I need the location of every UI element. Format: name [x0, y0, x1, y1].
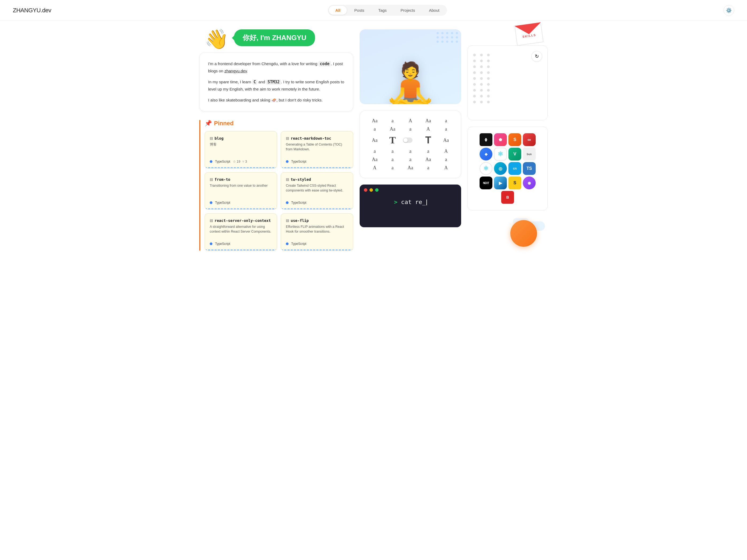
- refresh-button[interactable]: ↻: [532, 51, 542, 62]
- project-card-tw-styled[interactable]: ▤ tw-styled Create Tailwind CSS-styled R…: [281, 172, 353, 210]
- wave-emoji: 👋: [205, 29, 229, 49]
- font-cell: A: [420, 126, 437, 133]
- card-icon: ▤: [210, 218, 213, 222]
- intro-paragraph-2: In my spare time, I learn C and STM32. I…: [208, 79, 344, 92]
- avatar-figure: 🧘: [384, 63, 437, 104]
- nav-item-all[interactable]: All: [329, 6, 347, 15]
- font-cell: a: [438, 126, 455, 133]
- skill-icon-cn: cn: [509, 162, 521, 175]
- card-title: tw-styled: [291, 177, 311, 182]
- terminal-cursor: [427, 199, 427, 205]
- font-cell-large-2: T: [420, 134, 437, 146]
- nav-item-projects[interactable]: Projects: [394, 6, 421, 15]
- forks-stat: ⑂ 3: [242, 160, 247, 163]
- font-cell: Aa: [384, 126, 401, 133]
- lang-label: TypeScript: [291, 160, 306, 163]
- font-cell: Aa: [402, 164, 419, 171]
- font-cell: Aa: [366, 156, 383, 163]
- card-desc: A straightforward alternative for using …: [210, 224, 272, 235]
- skill-icon-typescript: TS: [523, 162, 536, 175]
- header: ZHANGYU.dev All Posts Tags Projects Abou…: [0, 0, 747, 21]
- sun: [510, 220, 537, 247]
- logo-suffix: .dev: [41, 7, 51, 14]
- project-card-react-server-only-context[interactable]: ▤ react-server-only-context A straightfo…: [205, 213, 277, 251]
- lang-label: TypeScript: [215, 160, 230, 163]
- font-cell: Aa: [438, 137, 455, 144]
- card-icon: ▤: [286, 177, 289, 181]
- font-cell: a: [438, 156, 455, 163]
- card-icon: ▤: [210, 136, 213, 140]
- skill-icon-blue: ◆: [480, 148, 492, 160]
- skill-icon-nextjs: NEXT: [480, 177, 492, 189]
- settings-button[interactable]: ⚙️: [723, 5, 734, 16]
- terminal-text: > cat re_: [394, 199, 427, 205]
- project-card-blog[interactable]: ▤ blog 博客 TypeScript ☆ 19 ⑂ 3: [205, 131, 277, 168]
- skill-icon-redux: B: [501, 191, 514, 204]
- right-column: SKILLS ↻: [467, 29, 548, 252]
- card-title: react-markdown-toc: [291, 136, 331, 140]
- terminal-command: cat re_: [401, 199, 426, 205]
- font-grid: Aa a A Aa a a Aa a A a Aa T T Aa: [366, 117, 455, 171]
- card-desc: Effortless FLIP animations with a React …: [286, 224, 348, 235]
- stars-stat: ☆ 19: [233, 160, 240, 163]
- card-subtitle: 博客: [210, 142, 272, 147]
- font-cell: a: [366, 148, 383, 155]
- lang-dot: [286, 202, 288, 204]
- lang-label: TypeScript: [291, 201, 306, 205]
- font-cell: a: [420, 148, 437, 155]
- skill-icon-remix: ∞: [523, 133, 536, 146]
- lang-dot: [210, 242, 212, 245]
- font-cell: Aa: [366, 137, 383, 144]
- intro-paragraph-3: I also like skateboarding and skiing 🛷, …: [208, 97, 344, 104]
- site-link[interactable]: zhangyu.dev: [225, 69, 247, 73]
- font-cell: a: [384, 164, 401, 171]
- terminal-minimize-dot: [369, 188, 373, 192]
- project-card-use-flip[interactable]: ▤ use-flip Effortless FLIP animations wi…: [281, 213, 353, 251]
- refresh-card: ↻: [467, 45, 548, 120]
- card-desc: Transitioning from one value to another: [210, 183, 272, 188]
- skill-icon-arrow: [480, 133, 492, 146]
- skill-icon-prisma: ⬟: [494, 133, 507, 146]
- nav-item-about[interactable]: About: [423, 6, 446, 15]
- font-cell: Aa: [420, 117, 437, 125]
- project-card-react-markdown-toc[interactable]: ▤ react-markdown-toc Generating a Table …: [281, 131, 353, 168]
- gear-icon: ⚙️: [726, 7, 732, 14]
- intro-section: 👋 你好, I'm ZHANGYU I'm a frontend develop…: [199, 29, 353, 111]
- card-desc: Generating a Table of Contents (TOC) fro…: [286, 142, 348, 152]
- lang-label: TypeScript: [215, 242, 230, 246]
- skill-icon-flutter: ▶: [494, 177, 507, 189]
- nav-item-tags[interactable]: Tags: [372, 6, 393, 15]
- lang-dot: [210, 160, 212, 163]
- card-title: blog: [214, 136, 224, 140]
- pinned-header: 📌 Pinned: [205, 120, 353, 127]
- font-cell: a: [438, 117, 455, 125]
- main-nav: All Posts Tags Projects About: [328, 5, 447, 16]
- site-logo[interactable]: ZHANGYU.dev: [13, 7, 51, 14]
- pinned-title: Pinned: [214, 120, 233, 127]
- intro-paragraph-1: I'm a frontend developer from Chengdu, w…: [208, 60, 344, 74]
- pin-icon: 📌: [205, 120, 212, 127]
- font-cell: a: [384, 156, 401, 163]
- font-toggle-cell[interactable]: [402, 137, 419, 144]
- main-content: 👋 你好, I'm ZHANGYU I'm a frontend develop…: [186, 21, 561, 261]
- skill-icon-graphql: ◉: [523, 177, 536, 189]
- terminal-maximize-dot: [375, 188, 379, 192]
- skill-icon-vue: V: [509, 148, 521, 160]
- skill-icon-bun: bun: [523, 148, 536, 160]
- project-card-from-to[interactable]: ▤ from-to Transitioning from one value t…: [205, 172, 277, 210]
- greeting-bubble: 你好, I'm ZHANGYU: [234, 29, 315, 46]
- logo-text: ZHANGYU: [13, 7, 41, 14]
- middle-column: 🧘 Aa a A Aa a a Aa a A a Aa T: [360, 29, 461, 252]
- font-cell: A: [438, 148, 455, 155]
- terminal-close-dot: [364, 188, 367, 192]
- lang-label: TypeScript: [291, 242, 306, 246]
- nav-item-posts[interactable]: Posts: [348, 6, 371, 15]
- font-cell: A: [402, 117, 419, 125]
- lang-label: TypeScript: [215, 201, 230, 205]
- font-cell: a: [402, 148, 419, 155]
- terminal-prompt: >: [394, 199, 397, 205]
- skill-icon-svelte: S: [509, 133, 521, 146]
- font-cell: A: [366, 164, 383, 171]
- skills-envelope: SKILLS: [516, 24, 542, 45]
- lang-dot: [286, 242, 288, 245]
